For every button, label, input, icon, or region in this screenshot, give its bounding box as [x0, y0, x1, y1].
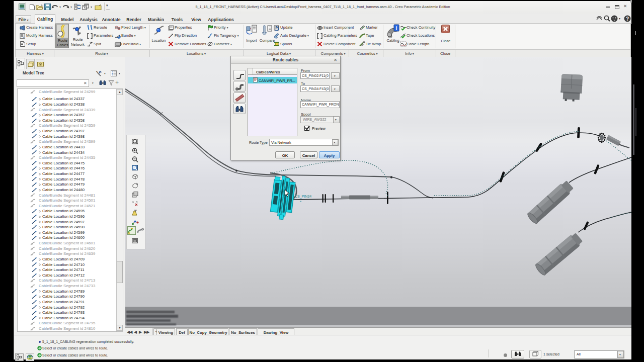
svg-text:e: e [300, 200, 301, 203]
svg-text:i: i [396, 26, 397, 31]
svg-text:CS_PIN34: CS_PIN34 [295, 195, 311, 199]
svg-text:?: ? [626, 16, 629, 22]
